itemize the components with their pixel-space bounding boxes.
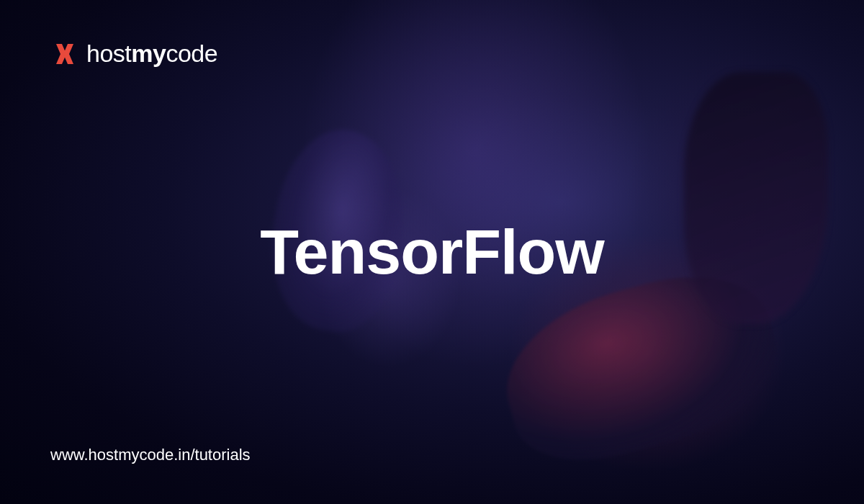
logo: hostmycode bbox=[50, 40, 217, 68]
logo-text: hostmycode bbox=[86, 40, 217, 68]
main-title: TensorFlow bbox=[260, 215, 603, 289]
logo-text-part2: my bbox=[131, 40, 166, 67]
logo-icon bbox=[50, 41, 79, 67]
logo-text-part1: host bbox=[86, 40, 131, 67]
footer-url: www.hostmycode.in/tutorials bbox=[50, 446, 251, 464]
logo-text-part3: code bbox=[166, 40, 217, 67]
background-shape bbox=[684, 72, 828, 324]
